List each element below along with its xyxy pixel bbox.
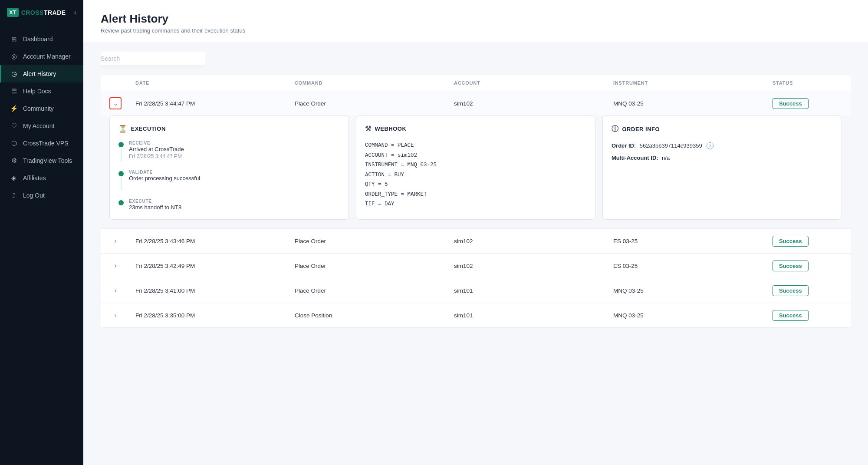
webhook-card: ⚒ WEBHOOK COMMAND = PLACE ACCOUNT = sim1… — [356, 115, 595, 220]
timeline-dot-col — [118, 141, 124, 161]
cell-command: Place Order — [295, 263, 454, 269]
expand-button[interactable]: › — [109, 284, 122, 297]
col-status: STATUS — [773, 80, 842, 86]
cell-instrument: MNQ 03-25 — [613, 100, 773, 107]
sidebar-item-alert-history[interactable]: ◷ Alert History — [0, 65, 83, 82]
sidebar-item-account-manager[interactable]: ◎ Account Manager — [0, 48, 83, 65]
order-info-card-title: ⓘ ORDER INFO — [612, 125, 833, 134]
col-date: DATE — [135, 80, 295, 86]
status-badge: Success — [773, 98, 809, 109]
timeline-dot-col — [118, 170, 124, 190]
timeline-label: EXECUTE — [129, 199, 181, 204]
expand-col: › — [109, 309, 135, 321]
sidebar-item-my-account[interactable]: ♡ My Account — [0, 117, 83, 135]
cell-status: Success — [773, 285, 842, 296]
expand-button[interactable]: › — [109, 309, 122, 321]
table-row: › Fri 2/28/25 3:43:46 PM Place Order sim… — [101, 229, 851, 254]
timeline-label: VALIDATE — [129, 170, 200, 175]
multi-account-value: n/a — [662, 155, 670, 161]
sidebar-item-label: Alert History — [23, 70, 56, 77]
nav-icon-log-out: ⤴ — [10, 191, 18, 199]
sidebar-item-label: CrossTrade VPS — [23, 140, 69, 147]
sidebar-item-label: TradingView Tools — [23, 157, 72, 164]
sidebar-item-tradingview-tools[interactable]: ⚙ TradingView Tools — [0, 152, 83, 169]
cell-status: Success — [773, 98, 842, 109]
execution-card: ⏳ EXECUTION RECEIVE Arrived at CrossTrad… — [109, 115, 349, 220]
timeline-text: Order processing successful — [129, 175, 200, 181]
alert-table: DATE COMMAND ACCOUNT INSTRUMENT STATUS ⌄… — [101, 75, 851, 328]
cell-command: Place Order — [295, 100, 454, 107]
timeline-dot — [118, 171, 124, 176]
cell-instrument: ES 03-25 — [613, 238, 773, 244]
sidebar-item-label: My Account — [23, 122, 54, 129]
nav-icon-tradingview-tools: ⚙ — [10, 157, 18, 165]
nav-icon-my-account: ♡ — [10, 122, 18, 130]
logo: XT CROSSTRADE — [7, 8, 66, 17]
status-badge: Success — [773, 285, 809, 296]
collapse-button[interactable]: ⌄ — [109, 97, 122, 109]
cell-account: sim101 — [454, 287, 613, 294]
sidebar-item-affiliates[interactable]: ◈ Affiliates — [0, 169, 83, 187]
logo-xt: XT — [7, 8, 19, 17]
sidebar-item-label: Dashboard — [23, 36, 53, 43]
page-title: Alert History — [101, 12, 851, 26]
order-id-field: Order ID: 562a3bb397114c939359 i — [612, 142, 833, 149]
sidebar-item-crosstrade-vps[interactable]: ⬡ CrossTrade VPS — [0, 135, 83, 152]
table-header: DATE COMMAND ACCOUNT INSTRUMENT STATUS — [101, 75, 851, 91]
execution-icon: ⏳ — [118, 125, 128, 133]
webhook-icon: ⚒ — [365, 125, 372, 133]
cell-status: Success — [773, 261, 842, 271]
table-row: › Fri 2/28/25 3:42:49 PM Place Order sim… — [101, 254, 851, 278]
status-badge: Success — [773, 310, 809, 321]
status-badge: Success — [773, 261, 809, 271]
cell-instrument: MNQ 03-25 — [613, 312, 773, 319]
sidebar-item-dashboard[interactable]: ⊞ Dashboard — [0, 30, 83, 48]
logo-brand: CROSSTRADE — [21, 9, 66, 16]
cell-status: Success — [773, 236, 842, 247]
order-info-card: ⓘ ORDER INFO Order ID: 562a3bb397114c939… — [602, 115, 842, 220]
sidebar-item-community[interactable]: ⚡ Community — [0, 100, 83, 117]
expand-button[interactable]: › — [109, 260, 122, 272]
expand-col: ⌄ — [109, 97, 135, 109]
sidebar-item-label: Affiliates — [23, 175, 46, 181]
sidebar-header: XT CROSSTRADE ‹ — [0, 0, 83, 25]
sidebar-item-help-docs[interactable]: ☰ Help Docs — [0, 82, 83, 100]
sidebar-item-label: Account Manager — [23, 53, 71, 60]
search-input[interactable] — [101, 52, 205, 66]
expand-button[interactable]: › — [109, 235, 122, 247]
timeline-dot — [118, 200, 124, 205]
timeline-content: EXECUTE 23ms handoff to NT8 — [129, 199, 181, 211]
page-subtitle: Review past trading commands and their e… — [101, 27, 851, 34]
cell-date: Fri 2/28/25 3:43:46 PM — [135, 238, 295, 244]
cell-date: Fri 2/28/25 3:41:00 PM — [135, 287, 295, 294]
nav-icon-affiliates: ◈ — [10, 174, 18, 182]
timeline-text: 23ms handoff to NT8 — [129, 204, 181, 211]
cell-date: Fri 2/28/25 3:42:49 PM — [135, 263, 295, 269]
cell-instrument: MNQ 03-25 — [613, 287, 773, 294]
timeline-text: Arrived at CrossTrade — [129, 146, 184, 152]
nav-icon-account-manager: ◎ — [10, 53, 18, 60]
sidebar-item-log-out[interactable]: ⤴ Log Out — [0, 187, 83, 204]
cell-status: Success — [773, 310, 842, 321]
status-badge: Success — [773, 236, 809, 247]
order-id-value: 562a3bb397114c939359 — [640, 142, 702, 149]
table-row: › Fri 2/28/25 3:41:00 PM Place Order sim… — [101, 278, 851, 303]
order-id-info-icon[interactable]: i — [707, 142, 713, 149]
nav-icon-help-docs: ☰ — [10, 87, 18, 95]
expand-col: › — [109, 284, 135, 297]
timeline-label: RECEIVE — [129, 141, 184, 145]
timeline-line — [121, 148, 122, 161]
execution-card-title: ⏳ EXECUTION — [118, 125, 340, 133]
nav-icon-crosstrade-vps: ⬡ — [10, 139, 18, 147]
sidebar-toggle-icon[interactable]: ‹ — [74, 9, 76, 16]
nav-icon-community: ⚡ — [10, 105, 18, 112]
col-command: COMMAND — [295, 80, 454, 86]
cell-account: sim102 — [454, 100, 613, 107]
main-content: Alert History Review past trading comman… — [83, 0, 868, 465]
col-account: ACCOUNT — [454, 80, 613, 86]
col-instrument: INSTRUMENT — [613, 80, 773, 86]
multi-account-field: Multi-Account ID: n/a — [612, 154, 833, 162]
cell-command: Place Order — [295, 287, 454, 294]
cell-date: Fri 2/28/25 3:44:47 PM — [135, 100, 295, 107]
cell-command: Close Position — [295, 312, 454, 319]
